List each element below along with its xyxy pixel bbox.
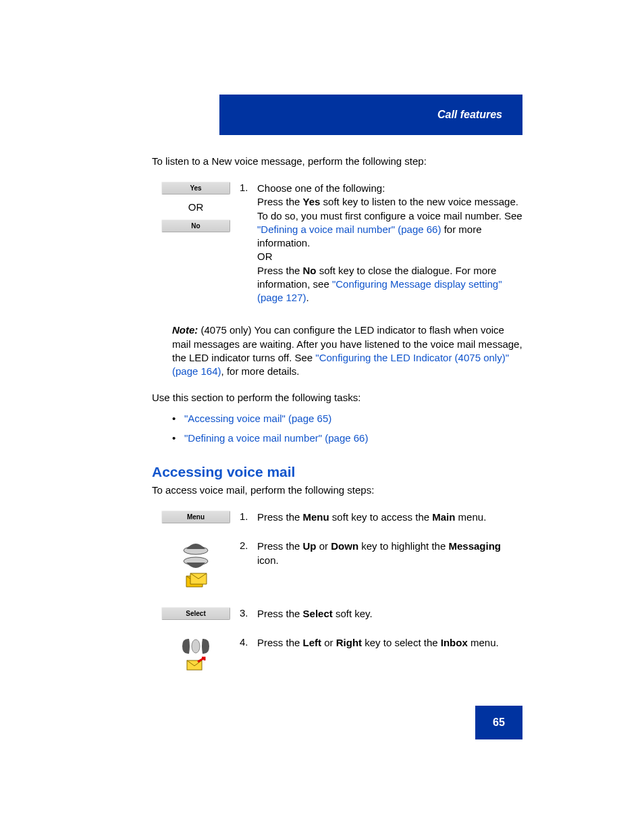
page-number: 65 xyxy=(475,706,522,739)
yes-softkey-button: Yes xyxy=(161,182,230,194)
t: . xyxy=(306,292,309,303)
p2-text: Press the Up or Down key to highlight th… xyxy=(257,540,522,595)
step-number: 2. xyxy=(240,540,257,595)
left-right-key-icon xyxy=(152,636,240,656)
step-number: 1. xyxy=(240,511,257,527)
yes-bold: Yes xyxy=(303,196,321,207)
t: or xyxy=(321,637,336,648)
step-1-text: Choose one of the following: Press the Y… xyxy=(257,182,522,305)
header-title: Call features xyxy=(437,109,502,121)
header-bar: Call features xyxy=(219,95,522,135)
heading-accessing-vm: Accessing voice mail xyxy=(152,464,522,480)
t: Down xyxy=(331,540,358,552)
p4-text: Press the Left or Right key to select th… xyxy=(257,636,522,671)
t: Right xyxy=(336,637,362,648)
no-bold: No xyxy=(303,265,317,276)
t: Select xyxy=(303,608,333,619)
t: icon. xyxy=(257,554,279,566)
link-accessing-vm[interactable]: "Accessing voice mail" (page 65) xyxy=(184,413,331,424)
t: Press the xyxy=(257,608,303,619)
t: Press the xyxy=(257,511,303,523)
t: Press the xyxy=(257,196,303,207)
step-number: 4. xyxy=(240,636,257,671)
menu-softkey-button: Menu xyxy=(161,511,230,523)
bullet-dot: • xyxy=(172,432,184,444)
messaging-envelope-icon xyxy=(152,572,240,595)
or-inline: OR xyxy=(257,251,273,262)
t: menu. xyxy=(455,511,486,523)
t: Inbox xyxy=(441,637,468,648)
note-lead: Note: xyxy=(172,324,198,336)
t: Up xyxy=(303,540,317,552)
t: soft key to access the xyxy=(329,511,433,523)
down-key-icon xyxy=(152,556,240,572)
step1-lead: Choose one of the following: xyxy=(257,182,385,194)
p1-text: Press the Menu soft key to access the Ma… xyxy=(257,511,522,527)
t: Menu xyxy=(303,511,329,523)
t: Left xyxy=(303,637,322,648)
t: key to highlight the xyxy=(358,540,448,552)
t: menu. xyxy=(468,637,499,648)
p3-text: Press the Select soft key. xyxy=(257,607,522,624)
bullet-dot: • xyxy=(172,413,184,424)
intro-text: To listen to a New voice message, perfor… xyxy=(152,155,522,167)
note-text-2: , for more details. xyxy=(221,365,300,377)
t: Press the xyxy=(257,637,303,648)
inbox-envelope-icon xyxy=(152,656,240,671)
t: key to select the xyxy=(362,637,441,648)
step-number: 1. xyxy=(240,182,257,305)
no-softkey-button: No xyxy=(161,219,230,232)
svg-point-4 xyxy=(192,640,200,653)
t: Messaging xyxy=(448,540,501,552)
t: Press the xyxy=(257,540,303,552)
link-define-vm-number[interactable]: "Defining a voice mail number" (page 66) xyxy=(257,224,441,235)
t: Press the xyxy=(257,265,303,276)
select-softkey-button: Select xyxy=(161,607,230,620)
link-defining-vm-number[interactable]: "Defining a voice mail number" (page 66) xyxy=(184,432,368,444)
tasks-intro: Use this section to perform the followin… xyxy=(152,392,522,403)
step-number: 3. xyxy=(240,607,257,624)
or-label: OR xyxy=(152,201,240,213)
intro2-text: To access voice mail, perform the follow… xyxy=(152,484,522,496)
t: Main xyxy=(432,511,455,523)
t: soft key. xyxy=(333,608,373,619)
t: or xyxy=(317,540,331,552)
up-key-icon xyxy=(152,540,240,556)
note-block: Note: (4075 only) You can configure the … xyxy=(152,323,522,378)
